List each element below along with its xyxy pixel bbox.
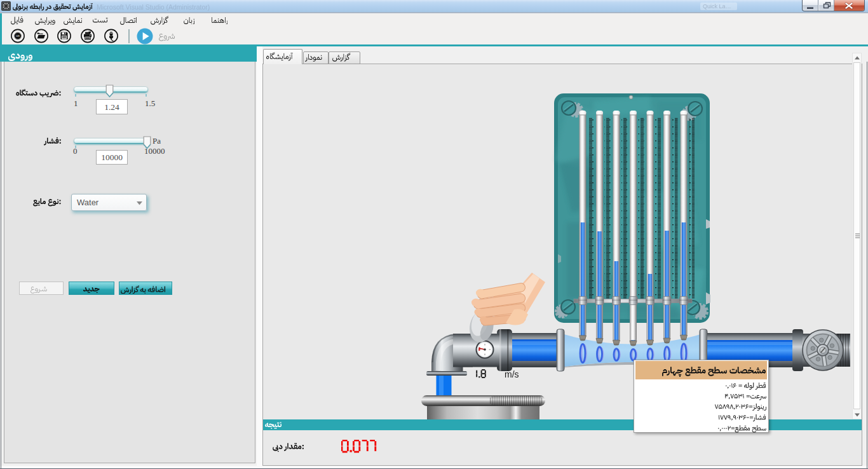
svg-text:14K: 14K [16, 35, 20, 37]
svg-text:m/s: m/s [505, 369, 519, 379]
